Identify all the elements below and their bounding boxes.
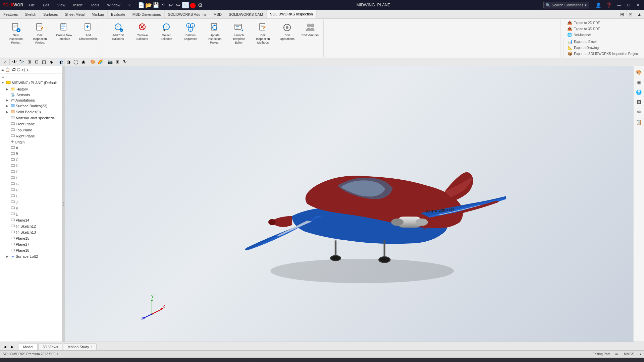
view-icon-1[interactable]: 👁 — [11, 59, 18, 65]
tree-item-k[interactable]: K — [0, 205, 62, 211]
taskbar-app-discord[interactable]: 🎮 — [142, 360, 154, 362]
tree-item-history[interactable]: ▶ 📁 History — [0, 86, 62, 92]
tree-item-origin[interactable]: ✛ Origin — [0, 139, 62, 145]
tree-item-surface-loft2[interactable]: ▶ Surface-Loft2 — [0, 253, 62, 259]
view-icon-3[interactable]: ⊞ — [26, 59, 33, 65]
shading-icon-3[interactable]: ◯ — [72, 59, 79, 65]
tab-sketch[interactable]: Sketch — [21, 10, 40, 18]
minimize-btn[interactable]: — — [616, 2, 623, 8]
tree-icon-4[interactable]: ⬡ — [17, 67, 20, 72]
tab-model[interactable]: Model — [19, 343, 38, 350]
color-icon-1[interactable]: 🎨 — [90, 59, 96, 65]
btn-add-edit-balloons[interactable]: 1 + Add/Edit Balloons — [106, 21, 130, 42]
tree-item-right-plane[interactable]: Right Plane — [0, 133, 62, 139]
tab-options-icon[interactable]: ⊡ — [627, 10, 635, 18]
rp-decals-icon[interactable]: 🖼 — [634, 98, 644, 107]
btn-remove-balloons[interactable]: 1 Remove Balloons — [130, 21, 154, 42]
tab-motion-study-1[interactable]: Motion Study 1 — [63, 343, 96, 350]
view-icon-6[interactable]: ◈ — [48, 59, 55, 65]
taskbar-app-media-player[interactable] — [89, 360, 101, 362]
tree-item-f[interactable]: F — [0, 175, 62, 181]
account-icon[interactable]: 👤 — [594, 1, 602, 9]
tree-icon-1[interactable]: ≡ — [1, 67, 4, 72]
tree-root[interactable]: ▼ MIDWING+PLANE (Default — [0, 79, 62, 86]
btn-create-new-template[interactable]: Create New Template — [52, 21, 76, 42]
close-btn[interactable]: ✕ — [635, 2, 641, 8]
settings-icon[interactable]: ⚙ — [197, 2, 204, 8]
btn-export-edrawing[interactable]: 📐 Export eDrawing — [566, 45, 640, 50]
menu-edit[interactable]: Edit — [41, 2, 51, 8]
tab-collapse-icon[interactable]: ▲ — [635, 10, 644, 18]
restore-btn[interactable]: ☐ — [625, 2, 632, 8]
tree-item-top-plane[interactable]: Top Plane — [0, 127, 62, 133]
menu-window[interactable]: Window — [105, 2, 122, 8]
tree-icon-6[interactable]: ▷ — [26, 67, 29, 72]
tab-3d-views[interactable]: 3D Views — [38, 343, 62, 350]
menu-tools[interactable]: Tools — [89, 2, 101, 8]
rp-scene-icon[interactable]: 🌐 — [634, 87, 644, 97]
tab-cam[interactable]: SOLIDWORKS CAM — [225, 10, 267, 18]
btn-net-inspect[interactable]: 🌐 Net-Inspect — [566, 32, 640, 38]
btn-edit-operations[interactable]: Edit Operations — [275, 21, 299, 42]
tree-item-i[interactable]: I — [0, 193, 62, 199]
btn-export-excel[interactable]: 📊 Export to Excel — [566, 39, 640, 44]
btn-edit-vendors[interactable]: Edit Vendors — [300, 21, 321, 39]
tree-icon-5[interactable]: ◁ — [21, 67, 24, 72]
btn-export-3d-pdf[interactable]: 📤 Export to 3D PDF — [566, 26, 640, 32]
taskbar-app-solidworks[interactable]: SW — [236, 360, 248, 362]
btn-edit-inspection-project[interactable]: Edit Inspection Project — [28, 21, 52, 46]
filter-icon-tree[interactable]: ⊿ — [1, 74, 4, 79]
redo-icon[interactable]: ↪ — [175, 2, 181, 8]
rp-appearance-icon[interactable]: ◉ — [634, 77, 644, 87]
print-icon[interactable]: 🖨 — [160, 2, 167, 8]
tree-item-g[interactable]: G — [0, 181, 62, 187]
tree-item-sensors[interactable]: 📡 Sensors — [0, 92, 62, 98]
select-tool-icon[interactable]: ↖ — [182, 2, 189, 8]
menu-view[interactable]: View — [55, 2, 67, 8]
tree-item-j[interactable]: J — [0, 199, 62, 205]
view-icon-5[interactable]: ◫ — [41, 59, 47, 65]
tree-item-plane18[interactable]: Plane18 — [0, 247, 62, 253]
rp-summary-icon[interactable]: 📋 — [634, 118, 644, 127]
shading-icon-1[interactable]: ◐ — [58, 59, 64, 65]
help-icon[interactable]: ❓ — [605, 1, 613, 9]
tree-item-c[interactable]: C — [0, 157, 62, 163]
taskbar-app-whatsapp[interactable]: 💬 — [182, 360, 195, 362]
tree-item-h[interactable]: H — [0, 187, 62, 193]
color-icon-2[interactable]: 🌈 — [97, 59, 104, 65]
rp-view-palette-icon[interactable]: 🎨 — [634, 67, 644, 77]
tree-item-material[interactable]: Material <not specified> — [0, 115, 62, 121]
start-button[interactable] — [3, 359, 16, 362]
open-file-icon[interactable]: 📂 — [145, 2, 152, 8]
tree-item-a[interactable]: A — [0, 145, 62, 151]
taskbar-app-telegram[interactable]: ✈ — [129, 360, 141, 362]
tab-markup[interactable]: Markup — [88, 10, 108, 18]
tree-icon-3[interactable]: 🏷 — [11, 67, 15, 72]
menu-help[interactable]: ? — [126, 2, 132, 8]
save-icon[interactable]: 💾 — [153, 2, 159, 8]
tab-mbd-dimensions[interactable]: MBD Dimensions — [129, 10, 165, 18]
taskbar-app-word[interactable]: W — [169, 360, 181, 362]
btn-new-inspection-project[interactable]: + New Inspection Project — [4, 21, 28, 46]
grid-icon[interactable]: ⊞ — [114, 59, 121, 65]
menu-insert[interactable]: Insert — [71, 2, 85, 8]
tree-item-e[interactable]: E — [0, 169, 62, 175]
units-dropdown-icon[interactable]: ▾ — [640, 352, 641, 356]
panel-splitter[interactable] — [62, 66, 65, 342]
tab-inspection[interactable]: SOLIDWORKS Inspection — [267, 10, 317, 18]
nav-prev-icon[interactable]: ◀ — [1, 343, 9, 350]
taskbar-app-photoshop[interactable]: Ps — [209, 360, 221, 362]
taskbar-app-file-explorer[interactable]: 📁 — [250, 360, 262, 362]
tab-addins[interactable]: SOLIDWORKS Add-Ins — [165, 10, 210, 18]
taskbar-app-chrome[interactable] — [196, 360, 208, 362]
rotate-icon[interactable]: ↻ — [121, 59, 128, 65]
system-clock[interactable]: 5:21 PM 3/17/2023 — [609, 360, 631, 362]
btn-add-characteristic[interactable]: Add Characteristic — [76, 21, 100, 42]
taskbar-app-photos[interactable]: 📷 — [223, 360, 235, 362]
rebuild-icon[interactable]: ⬤ — [190, 2, 196, 8]
tab-mbd[interactable]: MBD — [210, 10, 225, 18]
tree-item-front-plane[interactable]: Front Plane — [0, 121, 62, 127]
tree-icon-2[interactable]: 📋 — [5, 67, 10, 72]
btn-export-2d-pdf[interactable]: 📤 Export to 2D PDF — [566, 20, 640, 25]
tree-item-plane17[interactable]: Plane17 — [0, 241, 62, 247]
